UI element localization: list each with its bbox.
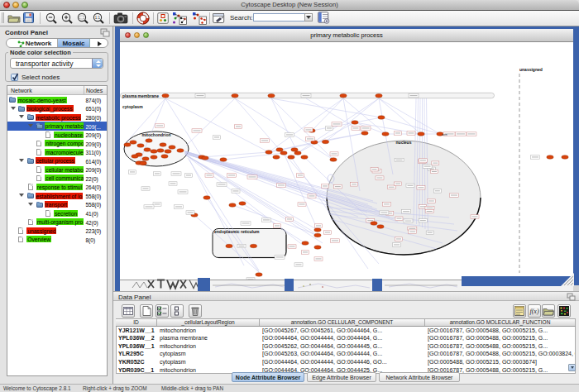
svg-text:nucleus: nucleus <box>396 140 412 145</box>
svg-text:endoplasmic reticulum: endoplasmic reticulum <box>214 229 260 234</box>
svg-text:unassigned: unassigned <box>519 67 543 72</box>
svg-text:f(x): f(x) <box>529 308 538 315</box>
svg-text:1:1: 1:1 <box>95 16 101 20</box>
svg-text:cytoplasm: cytoplasm <box>122 104 143 109</box>
svg-text:plasma membrane: plasma membrane <box>122 93 159 98</box>
svg-text:mem: mem <box>442 133 447 136</box>
svg-text:mitochondrion: mitochondrion <box>142 132 171 137</box>
